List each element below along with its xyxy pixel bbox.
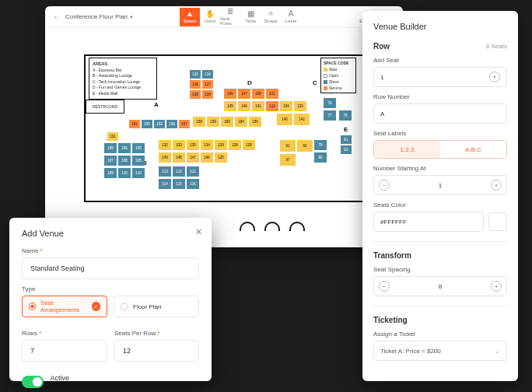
seat[interactable]: 133: [173, 140, 185, 150]
seat[interactable]: 151: [129, 120, 140, 128]
seat[interactable]: 110: [132, 168, 145, 178]
addseat-input[interactable]: 1+: [373, 67, 507, 87]
seat[interactable]: 133: [294, 101, 306, 111]
name-input[interactable]: Standard Seating: [22, 257, 199, 279]
seat[interactable]: 154: [280, 101, 292, 111]
seat[interactable]: E1: [341, 135, 352, 144]
seat[interactable]: 140: [277, 114, 292, 125]
seat[interactable]: 112: [266, 101, 278, 111]
seat[interactable]: 131: [107, 132, 118, 141]
ticket-select[interactable]: Ticket A: Price = $200⌄: [373, 341, 507, 361]
seat[interactable]: 159: [207, 117, 219, 127]
seatsperrow-input[interactable]: 12: [114, 340, 199, 362]
seat[interactable]: 184: [235, 117, 247, 127]
seat[interactable]: 150: [142, 120, 152, 128]
plus-icon[interactable]: +: [491, 281, 502, 292]
tool-table[interactable]: ▦Table: [240, 8, 261, 26]
rows-input[interactable]: 7: [22, 340, 107, 362]
seat[interactable]: 76: [324, 98, 336, 108]
tool-seatrows[interactable]: ≣Seat Rows: [220, 8, 240, 26]
seat[interactable]: 114: [202, 70, 213, 79]
document-title[interactable]: Conference Floor Plan: [65, 13, 128, 20]
seat[interactable]: 148: [173, 152, 185, 163]
seat[interactable]: 109: [104, 168, 117, 178]
seat[interactable]: 118: [190, 90, 201, 99]
seat[interactable]: 77: [324, 110, 336, 121]
seat[interactable]: 185: [249, 117, 261, 127]
type-floor-plan[interactable]: Floor Plan: [114, 296, 199, 317]
seat[interactable]: 149: [159, 152, 171, 163]
seat[interactable]: 80: [314, 152, 327, 163]
seat[interactable]: 112: [173, 166, 185, 177]
seat[interactable]: 105: [132, 143, 145, 153]
seat[interactable]: 129: [215, 140, 227, 150]
type-seat-arrangements[interactable]: Seat Arrangements✓: [22, 296, 107, 317]
seat[interactable]: 105: [132, 156, 145, 166]
seat[interactable]: 157: [179, 120, 190, 128]
seat[interactable]: 158: [193, 117, 205, 127]
seat[interactable]: 106: [224, 89, 236, 99]
seat[interactable]: 146: [201, 152, 213, 163]
seat[interactable]: 146: [238, 101, 250, 111]
seat[interactable]: 111: [266, 89, 278, 99]
seat[interactable]: 116: [187, 179, 199, 189]
seat[interactable]: 128: [243, 140, 255, 150]
numstart-stepper[interactable]: − 1 +: [373, 175, 507, 195]
seg-numeric[interactable]: 1,2,3: [374, 141, 440, 158]
spacing-stepper[interactable]: − 8 +: [373, 276, 507, 296]
seat[interactable]: 134: [201, 140, 213, 150]
seat[interactable]: 135: [187, 140, 199, 150]
seat[interactable]: 125: [215, 152, 227, 163]
rownumber-input[interactable]: A: [373, 103, 507, 124]
seat[interactable]: 106: [118, 143, 131, 153]
seat[interactable]: 108: [252, 89, 264, 99]
tool-label[interactable]: ALabel: [281, 8, 301, 26]
minus-icon[interactable]: −: [379, 281, 390, 292]
tool-select[interactable]: ▲Select: [180, 8, 200, 26]
chevron-down-icon[interactable]: ▾: [130, 14, 133, 20]
plus-icon[interactable]: +: [491, 180, 502, 191]
seat[interactable]: 79: [314, 140, 327, 150]
canvas[interactable]: AREAS A - Espresso Bar B - Networking Lo…: [61, 39, 387, 229]
seat[interactable]: 111: [187, 166, 199, 177]
active-toggle[interactable]: [22, 376, 44, 388]
seat[interactable]: 117: [202, 80, 213, 89]
seat[interactable]: 110: [118, 168, 131, 178]
seat[interactable]: 92: [297, 140, 313, 152]
rownumber-label: Row Number: [373, 93, 507, 100]
seat[interactable]: 183: [221, 117, 233, 127]
seatlabels-segmented[interactable]: 1,2,3 A,B,C: [373, 140, 507, 159]
back-button[interactable]: ←: [51, 12, 62, 23]
seat[interactable]: 107: [238, 89, 250, 99]
seg-alpha[interactable]: A,B,C: [440, 141, 506, 158]
seat[interactable]: 141: [252, 101, 264, 111]
seat[interactable]: 119: [202, 90, 213, 99]
seat[interactable]: 107: [104, 156, 117, 166]
seat[interactable]: 142: [294, 114, 310, 125]
seat[interactable]: 97: [280, 154, 296, 166]
seat[interactable]: 108: [118, 156, 131, 166]
seat[interactable]: 152: [154, 120, 165, 128]
color-swatch[interactable]: [488, 212, 507, 231]
seat[interactable]: 114: [159, 179, 171, 189]
seat[interactable]: 78: [339, 110, 352, 121]
seat[interactable]: 91: [280, 140, 296, 152]
seat[interactable]: 113: [159, 166, 171, 177]
seat[interactable]: 147: [187, 152, 199, 163]
tool-shape[interactable]: ✧Shape: [261, 8, 281, 26]
seat[interactable]: 156: [166, 120, 177, 128]
minus-icon[interactable]: −: [379, 180, 390, 191]
seat[interactable]: 115: [173, 179, 185, 189]
seat[interactable]: 115: [190, 70, 201, 79]
plus-icon[interactable]: +: [489, 72, 500, 82]
numstart-value: 1: [439, 182, 442, 189]
close-icon[interactable]: ✕: [195, 227, 202, 237]
seat[interactable]: 145: [224, 101, 236, 111]
seat[interactable]: E2: [341, 145, 352, 154]
seat[interactable]: 128: [229, 140, 241, 150]
seat[interactable]: 105: [104, 143, 117, 153]
tool-hand[interactable]: ✋Hand: [200, 8, 220, 26]
seatscolor-input[interactable]: #FFFFFF: [373, 212, 484, 232]
seat[interactable]: 132: [159, 140, 171, 150]
seat[interactable]: 116: [190, 80, 201, 89]
